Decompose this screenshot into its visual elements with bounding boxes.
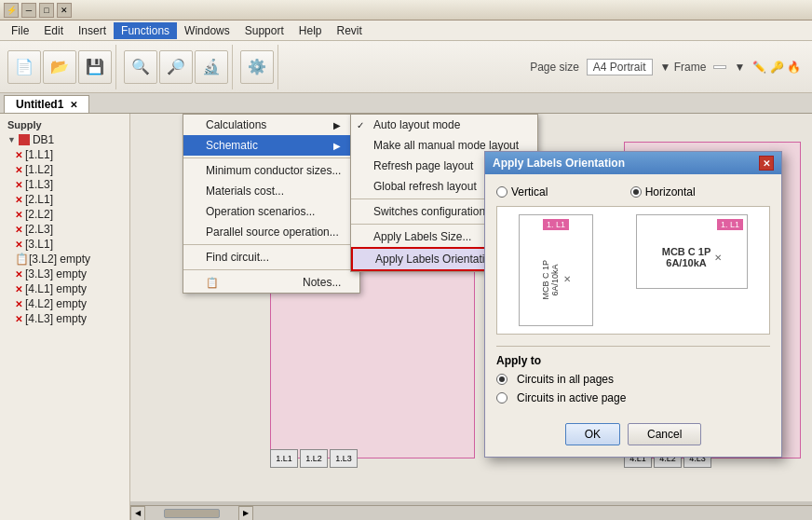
main-area: Supply ▼ DB1 ✕ [1.L1] ✕ [1.L2] ✕ [1.L3] … [0, 114, 812, 520]
x-icon: ✕ [15, 239, 22, 250]
db-icon [19, 134, 30, 145]
sidebar-item-3l2[interactable]: 📋 [3.L2] empty [0, 252, 129, 267]
x-icon: ✕ [15, 210, 22, 220]
x-icon: ✕ [15, 165, 22, 175]
scroll-right[interactable]: ▶ [238, 506, 253, 521]
sidebar-label-1l1: [1.L1] [25, 148, 53, 161]
functions-menu-popup: Calculations ▶ Schematic ▶ Minimum condu… [183, 114, 360, 294]
x-icon: ✕ [15, 180, 22, 190]
x-icon: ✕ [15, 269, 22, 280]
x-icon: ✕ [15, 314, 22, 324]
toolbar-save[interactable]: 💾 [78, 50, 112, 84]
sidebar-item-4l1[interactable]: ✕ [4.L1] empty [0, 281, 129, 296]
tab-close[interactable]: ✕ [70, 100, 77, 110]
close-icon[interactable]: ✕ [57, 3, 72, 18]
x-icon: ✕ [15, 299, 22, 309]
separator-1 [183, 157, 359, 158]
menu-calculations[interactable]: Calculations ▶ [183, 115, 359, 135]
sidebar-item-db1[interactable]: ▼ DB1 [0, 132, 129, 147]
toolbar-group-1: 📄 📂 💾 [4, 45, 116, 89]
sidebar-item-1l2[interactable]: ✕ [1.L2] [0, 162, 129, 177]
frame-arrow[interactable]: ▼ [734, 61, 745, 74]
menu-operation-scenarios[interactable]: Operation scenarios... [183, 201, 359, 222]
sidebar-item-3l1[interactable]: ✕ [3.L1] [0, 237, 129, 252]
sidebar-item-2l1[interactable]: ✕ [2.L1] [0, 192, 129, 207]
menu-auto-layout[interactable]: ✓ Auto layout mode [351, 115, 537, 135]
scroll-thumb[interactable] [164, 509, 220, 518]
toolbar-open[interactable]: 📂 [43, 50, 76, 84]
scroll-left[interactable]: ◀ [130, 506, 145, 521]
sidebar-item-2l3[interactable]: ✕ [2.L3] [0, 222, 129, 237]
menu-revit[interactable]: Revit [329, 22, 369, 39]
toolbar-search2[interactable]: 🔎 [159, 50, 193, 84]
sidebar-item-1l1[interactable]: ✕ [1.L1] [0, 147, 129, 162]
sidebar-header: Supply [0, 117, 129, 132]
menu-refresh-page[interactable]: Refresh page layout [351, 156, 537, 176]
menu-insert[interactable]: Insert [71, 22, 114, 39]
menu-edit[interactable]: Edit [36, 22, 71, 39]
sidebar: Supply ▼ DB1 ✕ [1.L1] ✕ [1.L2] ✕ [1.L3] … [0, 114, 130, 520]
toolbar-search[interactable]: 🔍 [124, 50, 157, 84]
x-icon: ✕ [15, 150, 22, 160]
sidebar-item-1l3[interactable]: ✕ [1.L3] [0, 177, 129, 192]
menu-windows[interactable]: Windows [177, 22, 237, 39]
tab-untitled1[interactable]: Untitled1 ✕ [4, 95, 89, 113]
page-size-value: A4 Portrait [587, 59, 653, 75]
sidebar-item-3l3[interactable]: ✕ [3.L3] empty [0, 267, 129, 281]
menu-notes[interactable]: 📋 Notes... [183, 272, 359, 293]
menu-file[interactable]: File [4, 22, 36, 39]
sidebar-item-2l2[interactable]: ✕ [2.L2] [0, 207, 129, 222]
sep-s1 [351, 198, 537, 199]
circuit-box-1l3: 1.L3 [330, 449, 358, 468]
sidebar-label-db1: DB1 [33, 133, 54, 146]
sidebar-label-4l1: [4.L1] empty [25, 282, 87, 295]
menu-support[interactable]: Support [237, 22, 291, 39]
note-icon: 📋 [15, 253, 26, 266]
sidebar-label-1l3: [1.L3] [25, 178, 53, 191]
toolbar-settings[interactable]: ⚙️ [240, 50, 274, 84]
x-icon: ✕ [15, 284, 22, 294]
sidebar-label-4l3: [4.L3] empty [25, 312, 87, 325]
menu-make-all-manual[interactable]: Make all manual mode layout [351, 135, 537, 156]
frame-label: ▼ Frame [660, 61, 707, 74]
minimize-icon[interactable]: ─ [21, 3, 36, 18]
submenu-arrow: ▶ [333, 120, 341, 130]
menu-schematic[interactable]: Schematic ▶ [183, 135, 359, 156]
restore-icon[interactable]: □ [39, 3, 54, 18]
circuit-box-4l2: 4.L2 [654, 449, 682, 468]
menu-apply-labels-orientation[interactable]: Apply Labels Orientation... [351, 247, 537, 271]
canvas-rect-2 [624, 142, 801, 458]
toolbar-group-3: ⚙️ [237, 45, 278, 89]
toolbar-extra-icons: ✏️ 🔑 🔥 [752, 61, 801, 74]
menu-min-conductor[interactable]: Minimum conductor sizes... [183, 160, 359, 181]
horizontal-scrollbar[interactable]: ◀ ▶ [130, 505, 812, 520]
sidebar-item-4l2[interactable]: ✕ [4.L2] empty [0, 296, 129, 311]
menu-materials-cost[interactable]: Materials cost... [183, 181, 359, 201]
tab-label: Untitled1 [16, 98, 63, 111]
menu-apply-labels-size[interactable]: Apply Labels Size... [351, 226, 537, 247]
menu-help[interactable]: Help [291, 22, 330, 39]
menu-bar: File Edit Insert Functions Windows Suppo… [0, 21, 812, 41]
sidebar-item-4l3[interactable]: ✕ [4.L3] empty [0, 311, 129, 326]
tab-bar: Untitled1 ✕ [0, 93, 812, 114]
separator-3 [183, 269, 359, 270]
sidebar-label-3l1: [3.L1] [25, 238, 53, 251]
schematic-submenu-popup: ✓ Auto layout mode Make all manual mode … [350, 114, 538, 272]
toolbar-zoomin[interactable]: 🔬 [195, 50, 228, 84]
menu-find-circuit[interactable]: Find circuit... [183, 247, 359, 267]
circuit-labels-left: 1.L1 1.L2 1.L3 [270, 449, 358, 468]
separator-2 [183, 244, 359, 245]
sidebar-label-2l3: [2.L3] [25, 223, 53, 236]
sidebar-label-3l2: [3.L2] empty [29, 253, 90, 266]
menu-parallel-source[interactable]: Parallel source operation... [183, 222, 359, 242]
toolbar-new[interactable]: 📄 [7, 50, 41, 84]
title-bar-icons: ⚡ ─ □ ✕ [4, 3, 72, 18]
menu-functions[interactable]: Functions [114, 22, 177, 39]
circuit-labels-right: 4.L1 4.L2 4.L3 [624, 449, 711, 468]
menu-switches-config[interactable]: Switches configuration... [351, 201, 537, 222]
menu-global-refresh[interactable]: Global refresh layout [351, 176, 537, 197]
toolbar-group-2: 🔍 🔎 🔬 [120, 45, 233, 89]
submenu-arrow: ▶ [333, 141, 341, 151]
sidebar-label-2l1: [2.L1] [25, 193, 53, 206]
circuit-box-4l1: 4.L1 [624, 449, 652, 468]
